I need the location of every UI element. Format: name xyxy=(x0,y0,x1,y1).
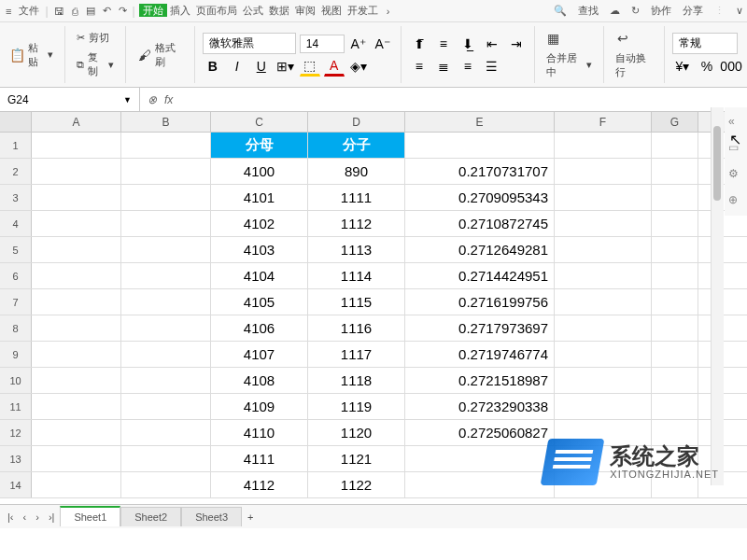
cell[interactable] xyxy=(652,289,698,315)
history-icon[interactable]: ↻ xyxy=(631,5,640,17)
cell[interactable]: 0.2721518987 xyxy=(405,368,555,393)
row-header[interactable]: 11 xyxy=(0,394,32,419)
cell[interactable] xyxy=(555,159,652,184)
cut-button[interactable]: ✂剪切 xyxy=(73,29,118,47)
cell[interactable] xyxy=(121,159,211,184)
collab-button[interactable]: 协作 xyxy=(651,4,671,18)
cell[interactable] xyxy=(652,394,698,419)
currency-icon[interactable]: ¥▾ xyxy=(672,56,693,77)
fill-color-button[interactable]: ⬚ xyxy=(300,56,320,77)
cell[interactable] xyxy=(32,289,121,315)
menu-file[interactable]: 文件 xyxy=(17,4,41,18)
row-header[interactable]: 13 xyxy=(0,446,32,471)
cell[interactable] xyxy=(32,133,121,158)
cancel-formula-icon[interactable]: ⊗ xyxy=(148,93,157,106)
paste-button[interactable]: 📋 粘贴▾ xyxy=(6,39,57,71)
cell[interactable] xyxy=(121,133,211,158)
cell[interactable]: 0.2710872745 xyxy=(405,211,555,236)
align-right-icon[interactable]: ≡ xyxy=(458,56,478,77)
cell[interactable] xyxy=(652,159,698,184)
cell[interactable] xyxy=(121,394,211,419)
cell[interactable]: 0.2712649281 xyxy=(405,237,555,262)
cell[interactable] xyxy=(652,211,698,236)
cell[interactable]: 0.2717973697 xyxy=(405,315,555,341)
cell[interactable] xyxy=(32,185,121,210)
copy-button[interactable]: ⧉复制▾ xyxy=(73,49,118,80)
sidepanel-settings-icon[interactable]: ⚙ xyxy=(728,167,743,182)
sheet-tab[interactable]: Sheet3 xyxy=(181,507,242,526)
cell[interactable]: 4108 xyxy=(211,368,308,393)
merge-label[interactable]: 合并居中▾ xyxy=(543,49,596,81)
fx-label[interactable]: fx xyxy=(164,93,173,106)
wrap-button[interactable]: ↩ xyxy=(612,29,656,48)
cell[interactable] xyxy=(121,315,211,341)
sheet-tab[interactable]: Sheet2 xyxy=(120,507,181,526)
cell[interactable] xyxy=(121,446,211,471)
merge-button[interactable]: ▦ xyxy=(543,29,596,48)
cell[interactable] xyxy=(555,185,652,210)
sheet-tab[interactable]: Sheet1 xyxy=(60,506,120,526)
border-button[interactable]: ⊞▾ xyxy=(275,56,296,77)
add-sheet-button[interactable]: + xyxy=(244,511,257,523)
cell[interactable]: 0.2723290338 xyxy=(405,394,555,419)
align-left-icon[interactable]: ≡ xyxy=(409,56,430,77)
cell[interactable] xyxy=(405,446,555,471)
cell[interactable] xyxy=(32,237,121,262)
row-header[interactable]: 5 xyxy=(0,237,32,262)
row-header[interactable]: 2 xyxy=(0,159,32,184)
search-label[interactable]: 查找 xyxy=(578,4,599,18)
cell-header-c[interactable]: 分母 xyxy=(211,133,308,158)
cell[interactable]: 1114 xyxy=(308,263,405,288)
scrollbar-thumb[interactable] xyxy=(713,126,721,201)
cell[interactable] xyxy=(652,263,698,288)
ribbon-tab[interactable]: 开发工 xyxy=(345,4,381,17)
cell[interactable]: 890 xyxy=(308,159,405,184)
menu-hamburger-icon[interactable]: ≡ xyxy=(4,6,13,17)
cell-header-d[interactable]: 分子 xyxy=(308,133,405,158)
cell[interactable] xyxy=(652,185,698,210)
cell[interactable]: 4109 xyxy=(211,394,308,419)
cell[interactable]: 0.2714424951 xyxy=(405,263,555,288)
row-header[interactable]: 10 xyxy=(0,368,32,393)
italic-button[interactable]: I xyxy=(227,56,247,77)
cell[interactable] xyxy=(121,185,211,210)
ribbon-tab[interactable]: 页面布局 xyxy=(193,4,240,17)
select-all-corner[interactable] xyxy=(0,112,32,132)
cell[interactable] xyxy=(32,211,121,236)
cell[interactable]: 0.2709095343 xyxy=(405,185,555,210)
cell[interactable] xyxy=(555,263,652,288)
cell[interactable]: 4110 xyxy=(211,420,308,445)
cell[interactable]: 1122 xyxy=(308,472,405,497)
cell[interactable] xyxy=(555,368,652,393)
cell[interactable]: 1118 xyxy=(308,368,405,393)
row-header[interactable]: 8 xyxy=(0,315,32,341)
cloud-icon[interactable]: ☁ xyxy=(610,5,620,17)
cell[interactable] xyxy=(32,472,121,497)
wrap-label[interactable]: 自动换行 xyxy=(612,49,656,81)
print-icon[interactable]: ⎙ xyxy=(70,6,80,17)
cell[interactable]: 4100 xyxy=(211,159,308,184)
cell[interactable] xyxy=(121,289,211,315)
underline-button[interactable]: U xyxy=(251,56,272,77)
name-box[interactable]: G24 ▼ xyxy=(0,88,140,111)
cell[interactable] xyxy=(121,472,211,497)
cell[interactable] xyxy=(555,133,652,158)
row-header[interactable]: 7 xyxy=(0,289,32,315)
cell[interactable] xyxy=(555,289,652,315)
cell[interactable]: 4105 xyxy=(211,289,308,315)
align-middle-icon[interactable]: ≡ xyxy=(433,34,454,54)
distribute-icon[interactable]: ☰ xyxy=(482,56,502,77)
cell[interactable]: 1119 xyxy=(308,394,405,419)
row-header[interactable]: 4 xyxy=(0,211,32,236)
cell[interactable] xyxy=(32,263,121,288)
row-header[interactable]: 9 xyxy=(0,342,32,367)
cell[interactable]: 1117 xyxy=(308,342,405,367)
cell[interactable] xyxy=(555,342,652,367)
decrease-font-icon[interactable]: A⁻ xyxy=(373,34,393,54)
col-header[interactable]: F xyxy=(555,112,652,132)
sheet-nav-prev-icon[interactable]: ‹ xyxy=(20,511,31,523)
comma-icon[interactable]: 000 xyxy=(721,56,741,77)
cell[interactable]: 1120 xyxy=(308,420,405,445)
sheet-nav-next-icon[interactable]: › xyxy=(32,511,43,523)
cell[interactable] xyxy=(32,420,121,445)
